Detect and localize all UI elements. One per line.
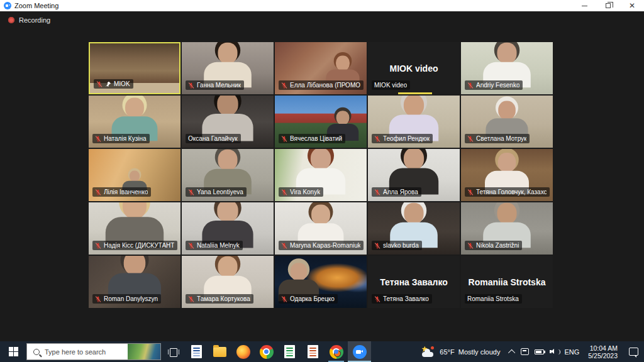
participant-name: Одарка Брецко — [290, 295, 335, 302]
participant-name-label: Romaniia Strotska — [465, 294, 522, 304]
muted-mic-icon — [281, 136, 287, 142]
participant-name: Maryna Kapas-Romaniuk — [290, 242, 360, 249]
participant-name: Тетяна Завалко — [383, 295, 429, 302]
calc-icon — [284, 345, 295, 358]
firefox-icon — [236, 345, 250, 359]
muted-mic-icon — [374, 189, 380, 195]
participant-name-label: Maryna Kapas-Romaniuk — [279, 241, 364, 250]
participant-tile[interactable]: Тамара Кортукова — [182, 256, 274, 308]
participant-tile[interactable]: Надія Кісс (ДИСКУТАНТКА) — [89, 202, 180, 255]
muted-mic-icon — [188, 189, 194, 195]
writer-icon — [191, 345, 202, 358]
participant-tile[interactable]: Andriy Fesenko — [461, 42, 553, 94]
participant-tile[interactable]: Алла Ярова — [368, 149, 460, 201]
participant-tile[interactable]: Одарка Брецко — [275, 256, 367, 308]
participant-name-label: Andriy Fesenko — [465, 80, 523, 90]
participant-name: Roman Danylyszyn — [104, 295, 158, 302]
taskbar-item-firefox[interactable] — [231, 341, 255, 362]
participant-tile[interactable]: Ганна Мельник — [182, 42, 274, 94]
windows-taskbar: Type here to search — [0, 341, 644, 362]
participant-name-label: Yana Leontiyeva — [186, 187, 247, 197]
clock-time: 10:04 AM — [588, 344, 618, 352]
muted-mic-icon — [374, 136, 380, 142]
impress-icon — [308, 345, 318, 358]
action-center-icon — [629, 348, 638, 356]
muted-mic-icon — [188, 296, 194, 302]
participant-tile[interactable]: Nikola Zastrižni — [461, 202, 553, 255]
display-tray-icon[interactable] — [521, 348, 529, 355]
participant-tile[interactable]: MIOK video MIOK video — [368, 42, 460, 94]
participant-name-label: Тамара Кортукова — [186, 294, 253, 304]
participant-tile[interactable]: Вячеслав Ціватий — [275, 96, 367, 148]
start-button[interactable] — [0, 341, 26, 362]
task-view-button[interactable] — [161, 341, 185, 362]
participant-tile[interactable]: Maryna Kapas-Romaniuk — [275, 202, 367, 255]
search-highlight-image[interactable] — [128, 344, 160, 359]
participant-tile[interactable]: Оксана Галайчук — [182, 96, 274, 148]
participant-tile[interactable]: MIOK — [89, 42, 180, 94]
participant-tile[interactable]: Светлана Мотрук — [461, 96, 553, 148]
window-titlebar: Zoom Meeting ✕ — [0, 0, 644, 11]
taskbar-search[interactable]: Type here to search — [26, 343, 161, 360]
system-tray: ENG — [506, 348, 583, 356]
taskbar-item-chrome-profile[interactable] — [325, 341, 348, 362]
participant-name: MIOK — [114, 80, 130, 87]
weather-widget[interactable]: 65°F Mostly cloudy — [414, 346, 506, 358]
participant-tile[interactable]: Yana Leontiyeva — [182, 149, 274, 201]
taskbar-item-chrome[interactable] — [255, 341, 278, 362]
participant-name: Ганна Мельник — [197, 82, 241, 89]
taskbar-clock[interactable]: 10:04 AM 5/25/2023 — [583, 344, 623, 359]
participant-name: Надія Кісс (ДИСКУТАНТКА) — [104, 242, 174, 249]
muted-mic-icon — [95, 243, 101, 249]
muted-mic-icon — [281, 243, 287, 249]
minimize-button[interactable] — [572, 0, 596, 11]
participant-tile[interactable]: Тетяна Завалко Тетяна Завалко — [368, 256, 460, 308]
taskbar-item-calc[interactable] — [278, 341, 301, 362]
participant-tile[interactable]: Теофил Рендюк — [368, 96, 460, 148]
taskbar-item-zoom[interactable] — [348, 341, 371, 362]
close-button[interactable]: ✕ — [620, 0, 644, 11]
participant-tile[interactable]: Наталія Кузіна — [89, 96, 180, 148]
muted-mic-icon — [467, 136, 474, 142]
participant-tile[interactable]: Romaniia Strotska Romaniia Strotska — [461, 256, 553, 308]
restore-button[interactable] — [596, 0, 620, 11]
participant-name: Тамара Кортукова — [197, 295, 250, 302]
battery-icon[interactable] — [535, 349, 544, 354]
participant-name-label: Тетяна Головчук, Казахстан — [465, 187, 550, 197]
participant-tile[interactable]: Тетяна Головчук, Казахстан — [461, 149, 553, 201]
participant-name-label: Тетяна Завалко — [372, 294, 432, 304]
participant-name-label: Одарка Брецко — [279, 294, 338, 304]
taskbar-item-writer[interactable] — [185, 341, 208, 362]
participant-tile[interactable]: Лілія Іванченко — [89, 149, 180, 201]
participant-tile[interactable]: slavko burda — [368, 202, 460, 255]
participant-name: MIOK video — [374, 82, 407, 89]
pin-icon — [105, 81, 111, 87]
participant-name-label: slavko burda — [372, 241, 422, 250]
participant-tile[interactable]: Vira Konyk — [275, 149, 367, 201]
language-indicator[interactable]: ENG — [564, 348, 579, 356]
participant-name-label: Надія Кісс (ДИСКУТАНТКА) — [92, 241, 177, 250]
clock-date: 5/25/2023 — [588, 352, 618, 359]
window-title: Zoom Meeting — [14, 2, 58, 9]
task-view-icon — [168, 348, 178, 356]
tray-expand-icon[interactable] — [508, 349, 515, 356]
participant-tile[interactable]: Елла Лібанова (ПРОМОВ... — [275, 42, 367, 94]
participant-name-label: Ганна Мельник — [186, 80, 244, 90]
action-center-button[interactable] — [623, 341, 644, 362]
participant-name-label: Елла Лібанова (ПРОМОВ... — [279, 80, 364, 90]
participant-name: Лілія Іванченко — [104, 189, 148, 195]
participant-tile[interactable]: Roman Danylyszyn — [89, 256, 180, 308]
participant-name-label: Roman Danylyszyn — [92, 294, 161, 304]
participant-name: Алла Ярова — [383, 189, 418, 195]
participant-name-label: Вячеслав Ціватий — [279, 134, 345, 143]
muted-mic-icon — [467, 189, 474, 195]
muted-mic-icon — [281, 296, 287, 302]
participant-name-label: Теофил Рендюк — [372, 134, 433, 143]
taskbar-item-file-explorer[interactable] — [208, 341, 231, 362]
taskbar-item-impress[interactable] — [301, 341, 325, 362]
participant-tile[interactable]: Nataliia Melnyk — [182, 202, 274, 255]
muted-mic-icon — [188, 82, 194, 89]
muted-mic-icon — [467, 82, 474, 89]
speaker-icon[interactable] — [550, 348, 558, 355]
weather-icon — [420, 346, 435, 358]
